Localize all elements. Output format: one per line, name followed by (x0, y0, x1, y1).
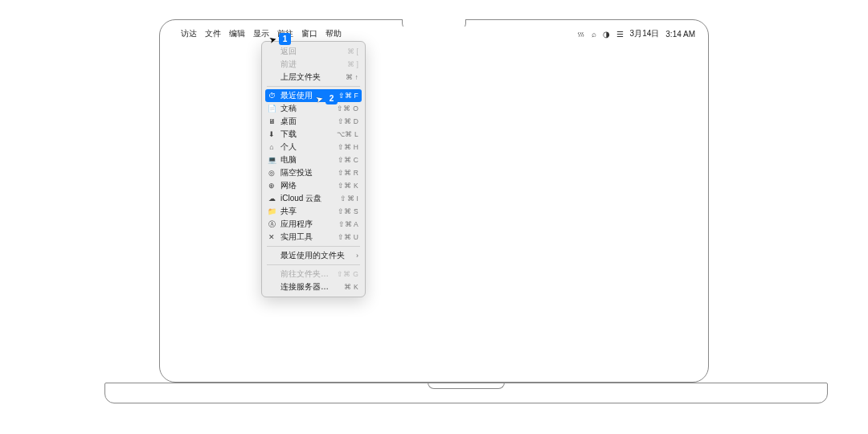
go-documents-label: 文稿 (280, 103, 333, 114)
menubar-date[interactable]: 3月14日 (630, 28, 660, 39)
menu-separator (267, 86, 360, 87)
go-applications-shortcut: ⇧⌘ A (338, 220, 358, 228)
search-icon[interactable]: ⌕ (592, 30, 596, 39)
step-badge-2: 2 (326, 92, 338, 104)
laptop-base (104, 383, 828, 403)
go-back[interactable]: 返回 ⌘ [ (262, 45, 365, 58)
menu-edit[interactable]: 编辑 (229, 28, 245, 39)
utilities-icon: ✕ (267, 233, 276, 241)
go-network[interactable]: ⊕ 网络 ⇧⌘ K (262, 179, 365, 192)
menu-separator (267, 246, 360, 247)
go-documents-shortcut: ⇧⌘ O (337, 104, 358, 113)
go-utilities-shortcut: ⇧⌘ U (338, 233, 358, 241)
go-downloads-shortcut: ⌥⌘ L (337, 130, 358, 138)
go-desktop-label: 桌面 (280, 116, 334, 127)
go-recent-folders-label: 最近使用的文件夹 (280, 250, 352, 261)
computer-icon: 💻 (267, 156, 276, 164)
clock-icon: ⏱ (267, 92, 276, 100)
go-network-label: 网络 (280, 180, 334, 191)
menu-window[interactable]: 窗口 (301, 28, 317, 39)
go-recent-folders[interactable]: 最近使用的文件夹 › (262, 249, 365, 262)
go-shared-label: 共享 (280, 206, 334, 217)
menu-file[interactable]: 文件 (205, 28, 221, 39)
control-center-icon[interactable]: ☰ (616, 30, 624, 39)
go-home-label: 个人 (280, 141, 334, 153)
go-forward-label: 前进 (280, 59, 343, 70)
go-enclosing-shortcut: ⌘ ↑ (346, 73, 358, 81)
laptop-frame: 访达 文件 编辑 显示 前往 窗口 帮助 ᯾ ⌕ ◑ ☰ 3月14日 3:14 … (159, 19, 709, 383)
menu-help[interactable]: 帮助 (326, 28, 342, 39)
go-forward[interactable]: 前进 ⌘ ] (262, 58, 365, 71)
cloud-icon: ☁ (267, 194, 276, 203)
go-recents[interactable]: ⏱ 最近使用 ⇧⌘ F (265, 89, 362, 102)
document-icon: 📄 (267, 104, 276, 113)
go-airdrop-label: 隔空投送 (280, 167, 334, 178)
user-icon[interactable]: ◑ (603, 30, 610, 39)
laptop-base-notch (428, 383, 505, 389)
go-icloud[interactable]: ☁ iCloud 云盘 ⇧⌘ I (262, 192, 365, 205)
go-downloads-label: 下载 (280, 129, 333, 140)
go-desktop[interactable]: 🖥 桌面 ⇧⌘ D (262, 115, 365, 128)
go-computer-shortcut: ⇧⌘ C (338, 156, 358, 164)
go-documents[interactable]: 📄 文稿 ⇧⌘ O (262, 102, 365, 115)
go-utilities[interactable]: ✕ 实用工具 ⇧⌘ U (262, 231, 365, 244)
go-airdrop-shortcut: ⇧⌘ R (338, 169, 358, 177)
wifi-icon[interactable]: ᯾ (577, 30, 585, 39)
go-airdrop[interactable]: ◎ 隔空投送 ⇧⌘ R (262, 166, 365, 179)
go-home[interactable]: ⌂ 个人 ⇧⌘ H (262, 141, 365, 154)
go-desktop-shortcut: ⇧⌘ D (338, 117, 358, 125)
go-computer[interactable]: 💻 电脑 ⇧⌘ C (262, 154, 365, 166)
go-enclosing-label: 上层文件夹 (280, 72, 342, 83)
step-badge-1: 1 (279, 33, 291, 45)
connect-to-server-label: 连接服务器… (280, 281, 340, 293)
go-downloads[interactable]: ⬇ 下载 ⌥⌘ L (262, 128, 365, 141)
go-shared[interactable]: 📁 共享 ⇧⌘ S (262, 205, 365, 218)
go-icloud-shortcut: ⇧⌘ I (340, 194, 358, 203)
connect-to-server-shortcut: ⌘ K (344, 283, 358, 291)
go-back-label: 返回 (280, 46, 343, 57)
go-enclosing-folder[interactable]: 上层文件夹 ⌘ ↑ (262, 71, 365, 84)
folder-icon: 📁 (267, 207, 276, 215)
app-menu[interactable]: 访达 (181, 28, 197, 39)
screen: 访达 文件 编辑 显示 前往 窗口 帮助 ᯾ ⌕ ◑ ☰ 3月14日 3:14 … (166, 27, 702, 375)
menu-separator (267, 264, 360, 265)
go-to-folder-label: 前往文件夹… (280, 268, 333, 280)
download-icon: ⬇ (267, 130, 276, 138)
go-applications[interactable]: Ⓐ 应用程序 ⇧⌘ A (262, 218, 365, 231)
go-shared-shortcut: ⇧⌘ S (338, 207, 358, 215)
go-home-shortcut: ⇧⌘ H (338, 143, 358, 151)
go-to-folder-shortcut: ⇧⌘ G (337, 270, 358, 278)
go-icloud-label: iCloud 云盘 (280, 193, 336, 204)
go-menu-dropdown: 返回 ⌘ [ 前进 ⌘ ] 上层文件夹 ⌘ ↑ ⏱ 最近使用 ⇧⌘ F 📄 (261, 41, 366, 297)
connect-to-server[interactable]: 连接服务器… ⌘ K (262, 280, 365, 293)
go-applications-label: 应用程序 (280, 219, 334, 230)
go-forward-shortcut: ⌘ ] (347, 60, 358, 68)
chevron-right-icon: › (356, 252, 358, 260)
network-icon: ⊕ (267, 182, 276, 190)
go-back-shortcut: ⌘ [ (347, 47, 358, 55)
airdrop-icon: ◎ (267, 169, 276, 177)
desktop-icon: 🖥 (267, 117, 276, 125)
go-computer-label: 电脑 (280, 154, 334, 166)
menubar-time[interactable]: 3:14 AM (665, 30, 695, 39)
go-recents-shortcut: ⇧⌘ F (338, 92, 358, 100)
applications-icon: Ⓐ (267, 219, 276, 230)
menubar: 访达 文件 编辑 显示 前往 窗口 帮助 ᯾ ⌕ ◑ ☰ 3月14日 3:14 … (166, 27, 702, 41)
go-network-shortcut: ⇧⌘ K (338, 182, 358, 190)
menu-view[interactable]: 显示 (253, 28, 269, 39)
home-icon: ⌂ (267, 143, 276, 151)
go-utilities-label: 实用工具 (280, 231, 334, 243)
go-to-folder[interactable]: 前往文件夹… ⇧⌘ G (262, 268, 365, 280)
